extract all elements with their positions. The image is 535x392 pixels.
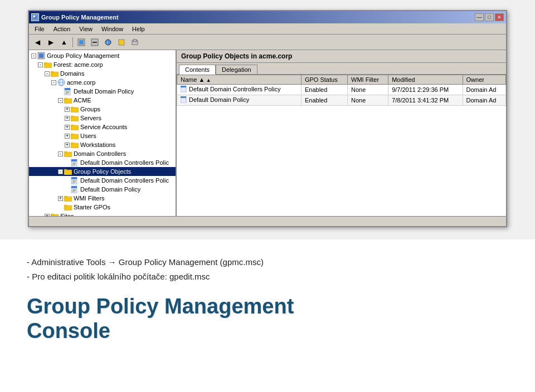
tree-item-label: Default Domain Controllers Polic xyxy=(80,159,169,166)
tree-expand-btn[interactable]: - xyxy=(51,80,56,85)
maximize-button[interactable]: □ xyxy=(485,13,494,21)
tree-item[interactable]: - Forest: acme.corp xyxy=(29,60,176,69)
svg-rect-32 xyxy=(71,125,74,126)
tree-item-label: Workstations xyxy=(80,141,115,148)
tree-item[interactable]: - Domains xyxy=(29,69,176,78)
bottom-area: - Administrative Tools → Group Policy Ma… xyxy=(0,239,535,354)
menu-view[interactable]: View xyxy=(75,24,97,33)
tree-item-icon xyxy=(71,141,79,149)
gpo-table: Name ▲ GPO Status WMI Filter Modified Ow… xyxy=(177,75,506,216)
tree-item[interactable]: Default Domain Policy xyxy=(29,185,176,194)
tree-item[interactable]: + Servers xyxy=(29,114,176,122)
tree-item[interactable]: + Users xyxy=(29,131,176,140)
toolbar-forward[interactable]: ▶ xyxy=(45,36,57,48)
svg-rect-61 xyxy=(51,214,54,215)
tree-expand-btn[interactable]: + xyxy=(65,134,70,139)
tree-expand-btn[interactable]: + xyxy=(58,196,63,201)
toolbar-action1[interactable] xyxy=(75,36,87,48)
svg-rect-28 xyxy=(71,107,74,109)
tree-item-label: Default Domain Controllers Polic xyxy=(80,177,169,184)
menu-action[interactable]: Action xyxy=(49,24,75,33)
tree-expand-btn[interactable]: - xyxy=(58,151,63,156)
tree-item-icon xyxy=(44,61,52,68)
tree-item-label: Domain Controllers xyxy=(74,150,126,157)
window-title: Group Policy Management xyxy=(41,14,119,21)
svg-rect-47 xyxy=(71,177,77,179)
tree-item[interactable]: + Workstations xyxy=(29,140,176,149)
tree-item[interactable]: + Sites xyxy=(29,212,176,216)
svg-rect-45 xyxy=(64,169,67,171)
tree-item-icon xyxy=(64,203,72,211)
tree-item[interactable]: - Domain Controllers xyxy=(29,149,176,158)
tab-delegation[interactable]: Delegation xyxy=(216,65,257,74)
status-bar xyxy=(29,216,506,226)
cell-modified: 9/7/2011 2:29:36 PM xyxy=(388,85,463,95)
close-button[interactable]: ✕ xyxy=(495,13,504,21)
svg-rect-14 xyxy=(44,62,47,64)
title-bar: Group Policy Management — □ ✕ xyxy=(29,11,506,23)
col-wmi-filter[interactable]: WMI Filter xyxy=(348,75,388,85)
tree-item[interactable]: - Group Policy Management xyxy=(29,51,176,60)
tree-expand-btn[interactable]: - xyxy=(31,53,36,58)
title-bar-left: Group Policy Management xyxy=(31,13,119,21)
cell-name: Default Domain Controllers Policy xyxy=(177,85,301,95)
toolbar-action3[interactable]: i xyxy=(102,36,114,48)
tree-item-icon xyxy=(71,123,79,131)
toolbar-action2[interactable] xyxy=(89,36,101,48)
tree-item-icon xyxy=(71,114,79,122)
tree-item[interactable]: - Group Policy Objects xyxy=(29,167,176,176)
col-name[interactable]: Name ▲ xyxy=(177,75,301,85)
col-gpo-status[interactable]: GPO Status xyxy=(301,75,347,85)
right-panel-header: Group Policy Objects in acme.corp xyxy=(177,50,506,63)
tree-item[interactable]: - acme.corp xyxy=(29,78,176,87)
col-modified[interactable]: Modified xyxy=(388,75,463,85)
bullet-2: - Pro editaci politik lokálního počítače… xyxy=(27,270,508,284)
menu-window[interactable]: Window xyxy=(97,24,128,33)
tree-expand-btn[interactable]: + xyxy=(65,116,70,121)
tab-contents[interactable]: Contents xyxy=(179,65,216,75)
toolbar-action4[interactable] xyxy=(115,36,128,48)
tree-item-icon xyxy=(51,70,59,77)
cell-gpo-status: Enabled xyxy=(301,95,347,106)
svg-rect-50 xyxy=(72,183,75,183)
tree-item[interactable]: Default Domain Policy xyxy=(29,87,176,96)
tree-item-icon xyxy=(64,96,72,104)
tree-item-label: Default Domain Policy xyxy=(74,88,134,95)
tree-expand-btn[interactable]: - xyxy=(38,62,43,67)
svg-rect-30 xyxy=(71,116,74,117)
tree-item[interactable]: Starter GPOs xyxy=(29,203,176,212)
tree-expand-btn[interactable]: + xyxy=(65,143,70,148)
tree-item-label: ACME xyxy=(74,97,91,104)
table-row[interactable]: Default Domain Controllers Policy Enable… xyxy=(177,85,506,95)
toolbar-action5[interactable] xyxy=(129,36,141,48)
tree-item-label: Groups xyxy=(80,106,100,112)
tree-item-label: Servers xyxy=(80,115,101,121)
svg-rect-24 xyxy=(66,94,68,94)
menu-file[interactable]: File xyxy=(30,24,49,33)
minimize-button[interactable]: — xyxy=(475,13,484,21)
cell-owner: Domain Ad xyxy=(463,95,505,106)
tree-item[interactable]: + Groups xyxy=(29,105,176,114)
cell-modified: 7/8/2011 3:41:32 PM xyxy=(388,95,463,106)
tree-item[interactable]: Default Domain Controllers Polic xyxy=(29,158,176,167)
toolbar-up[interactable]: ▲ xyxy=(58,36,70,48)
tree-item-icon xyxy=(64,168,72,175)
svg-rect-49 xyxy=(72,182,76,182)
tree-expand-btn[interactable]: - xyxy=(45,71,50,76)
tree-expand-btn[interactable]: - xyxy=(58,98,63,103)
tree-item-icon xyxy=(57,79,65,86)
table-row[interactable]: Default Domain Policy EnabledNone7/8/201… xyxy=(177,95,506,106)
tree-item[interactable]: + WMI Filters xyxy=(29,194,176,203)
toolbar-back[interactable]: ◀ xyxy=(31,36,43,48)
tree-expand-btn[interactable]: - xyxy=(58,169,63,174)
tree-expand-btn[interactable]: + xyxy=(65,107,70,112)
tree-item[interactable]: Default Domain Controllers Polic xyxy=(29,176,176,185)
tree-item[interactable]: - ACME xyxy=(29,96,176,105)
tree-expand-btn[interactable]: + xyxy=(65,125,70,130)
tree-item-icon xyxy=(37,52,45,60)
svg-rect-1 xyxy=(33,16,35,17)
tree-item-label: acme.corp xyxy=(67,79,95,86)
col-owner[interactable]: Owner xyxy=(463,75,505,85)
menu-help[interactable]: Help xyxy=(128,24,149,33)
tree-item[interactable]: + Service Accounts xyxy=(29,122,176,131)
